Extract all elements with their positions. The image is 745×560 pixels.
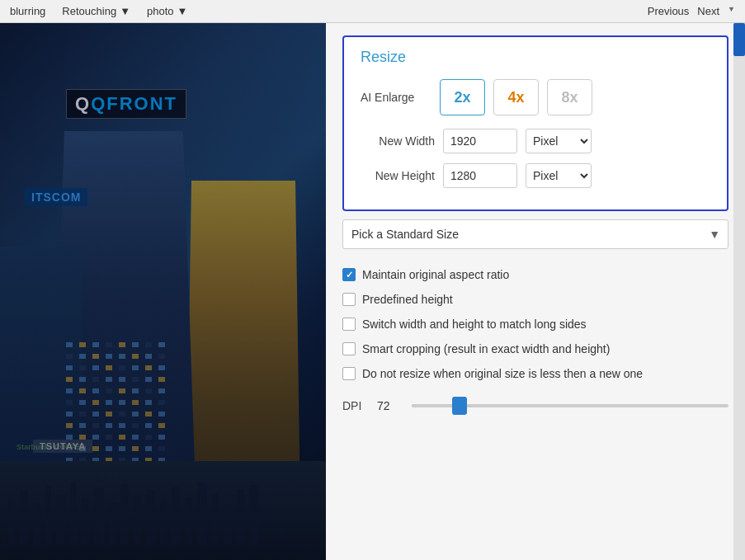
- new-width-input[interactable]: [443, 129, 517, 153]
- new-height-unit-select[interactable]: Pixel Percent Inch cm: [526, 163, 592, 188]
- maintain-aspect-label: Maintain original aspect ratio: [362, 268, 509, 281]
- photo-panel: QQFRONT ITSCOM Starbucks COFFEE TSUTAYA: [0, 23, 326, 560]
- dpi-slider-thumb[interactable]: [452, 397, 467, 415]
- option-smart-cropping[interactable]: Smart cropping (result in exact width an…: [342, 336, 728, 361]
- enlarge-2x-button[interactable]: 2x: [440, 79, 485, 115]
- new-width-row: New Width Pixel Percent Inch cm: [361, 129, 710, 153]
- new-height-label: New Height: [361, 169, 435, 182]
- retouching-menu[interactable]: Retouching ▼: [62, 5, 130, 17]
- switch-width-height-checkbox[interactable]: [342, 318, 356, 331]
- previous-btn[interactable]: Previous: [648, 5, 690, 17]
- main-content: QQFRONT ITSCOM Starbucks COFFEE TSUTAYA: [0, 23, 745, 560]
- resize-title: Resize: [361, 49, 710, 66]
- new-height-input[interactable]: [443, 163, 517, 188]
- scrollbar-thumb[interactable]: [733, 23, 745, 56]
- resize-box: Resize AI Enlarge 2x 4x 8x New Width Pix…: [342, 35, 728, 211]
- ai-enlarge-label: AI Enlarge: [361, 91, 427, 104]
- enlarge-4x-button[interactable]: 4x: [493, 79, 539, 115]
- dpi-slider-container[interactable]: [412, 398, 728, 414]
- option-switch-width-height[interactable]: Switch width and height to match long si…: [342, 312, 728, 336]
- dpi-row: DPI 72: [326, 391, 745, 421]
- top-bar: blurring Retouching ▼ photo ▼ Previous N…: [0, 0, 745, 23]
- no-resize-smaller-label: Do not resize when original size is less…: [362, 367, 643, 380]
- maintain-aspect-checkbox[interactable]: [342, 268, 356, 281]
- right-panel: Resize AI Enlarge 2x 4x 8x New Width Pix…: [326, 23, 745, 560]
- ai-enlarge-row: AI Enlarge 2x 4x 8x: [361, 79, 710, 115]
- smart-cropping-label: Smart cropping (result in exact width an…: [362, 342, 610, 355]
- nav-arrow: ▼: [728, 5, 735, 17]
- predefined-height-checkbox[interactable]: [342, 293, 356, 306]
- no-resize-smaller-checkbox[interactable]: [342, 367, 356, 380]
- new-width-label: New Width: [361, 134, 435, 148]
- new-height-row: New Height Pixel Percent Inch cm: [361, 163, 710, 188]
- standard-size-select[interactable]: Pick a Standard Size: [342, 219, 728, 249]
- enlarge-8x-button[interactable]: 8x: [547, 79, 592, 115]
- photo-overlay: [0, 23, 326, 560]
- option-no-resize-smaller[interactable]: Do not resize when original size is less…: [342, 361, 728, 386]
- photo-menu[interactable]: photo ▼: [147, 5, 187, 17]
- option-predefined-height[interactable]: Predefined height: [342, 287, 728, 312]
- option-maintain-aspect[interactable]: Maintain original aspect ratio: [342, 262, 728, 287]
- dpi-value: 72: [377, 399, 402, 412]
- dpi-label: DPI: [342, 399, 367, 412]
- switch-width-height-label: Switch width and height to match long si…: [362, 318, 587, 331]
- standard-size-row: Pick a Standard Size ▼: [342, 219, 728, 249]
- predefined-height-label: Predefined height: [362, 293, 453, 306]
- blurring-menu[interactable]: blurring: [10, 5, 45, 17]
- photo-background: QQFRONT ITSCOM Starbucks COFFEE TSUTAYA: [0, 23, 326, 560]
- smart-cropping-checkbox[interactable]: [342, 342, 356, 355]
- photo-arrow: ▼: [177, 5, 188, 17]
- retouching-arrow: ▼: [120, 5, 130, 17]
- scrollbar[interactable]: [733, 23, 745, 560]
- options-section: Maintain original aspect ratio Predefine…: [326, 257, 745, 391]
- new-width-unit-select[interactable]: Pixel Percent Inch cm: [526, 129, 592, 153]
- next-btn[interactable]: Next: [697, 5, 719, 17]
- dpi-slider-track: [412, 404, 728, 407]
